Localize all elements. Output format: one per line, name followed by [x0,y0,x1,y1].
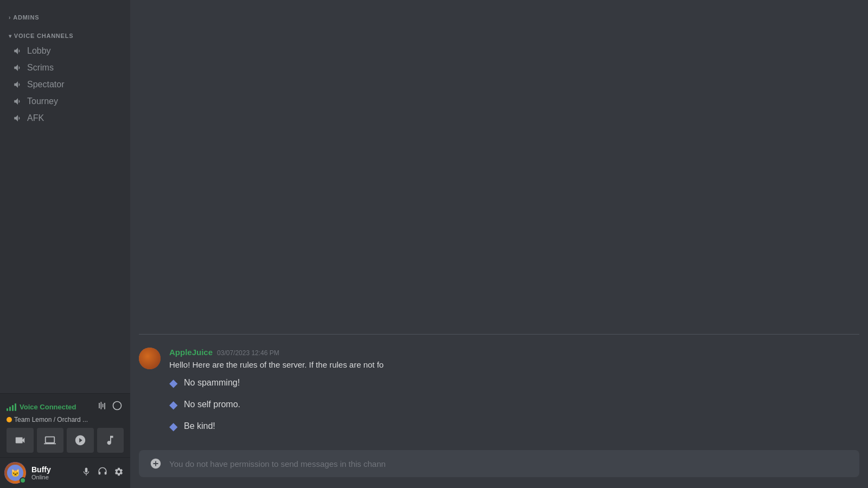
user-panel: 🐱 Buffy Online [0,457,130,488]
waveform-icon[interactable] [95,399,108,415]
voice-channels-chevron: ▾ [9,33,12,39]
settings-button[interactable] [112,465,126,481]
volume-icon-afk [13,113,23,123]
rule-item-1: ◆ No spamming! [169,376,859,389]
user-controls [79,465,126,481]
message-input-area: You do not have permission to send messa… [130,450,868,488]
disconnect-icon[interactable] [111,399,124,415]
message-timestamp: 03/07/2023 12:46 PM [217,349,279,357]
voice-channel-name: Team Lemon / Orchard ... [14,416,88,423]
volume-icon-lobby [13,46,23,56]
channel-lobby-label: Lobby [27,46,51,56]
user-details: Buffy Online [31,465,51,480]
signal-bar-4 [15,403,16,411]
user-avatar-wrap: 🐱 [4,462,26,484]
status-dot [20,477,26,484]
chat-divider [139,334,859,335]
voice-connected-panel: Voice Connected Team Lemon / Orchard ... [0,393,130,457]
soundboard-button[interactable] [97,428,124,453]
message-avatar-image [139,348,161,369]
rule-item-2: ◆ No self promo. [169,398,859,411]
message-container: AppleJuice 03/07/2023 12:46 PM Hello! He… [139,345,859,451]
message-body: AppleJuice 03/07/2023 12:46 PM Hello! He… [169,348,859,442]
signal-icon [7,403,16,411]
volume-icon-tourney [13,97,23,106]
voice-connected-subtitle: Team Lemon / Orchard ... [7,416,124,423]
diamond-icon-2: ◆ [169,398,177,411]
screen-share-button[interactable] [37,428,64,453]
message-text: Hello! Here are the rules of the server.… [169,359,859,371]
rule-item-3: ◆ Be kind! [169,420,859,433]
message-author: AppleJuice [169,348,213,357]
chat-area: AppleJuice 03/07/2023 12:46 PM Hello! He… [130,0,868,450]
diamond-icon-3: ◆ [169,420,177,433]
channel-list: › ADMINS ▾ VOICE CHANNELS Lobby Scri [0,0,130,393]
voice-connected-label: Voice Connected [20,403,76,411]
section-voice-channels[interactable]: ▾ VOICE CHANNELS [0,24,130,42]
headset-button[interactable] [95,465,110,481]
signal-bar-2 [9,407,11,411]
channel-lobby[interactable]: Lobby [4,43,126,59]
voice-connected-header: Voice Connected [7,399,124,415]
yellow-dot-icon [7,417,12,422]
voice-channels-label: VOICE CHANNELS [14,33,74,39]
rule-text-2: No self promo. [184,400,240,409]
message-header: AppleJuice 03/07/2023 12:46 PM [169,348,859,357]
signal-bar-1 [7,408,8,411]
activity-button[interactable] [67,428,94,453]
channel-tourney[interactable]: Tourney [4,93,126,110]
voice-actions [95,399,124,415]
microphone-button[interactable] [79,465,93,481]
user-info: 🐱 Buffy Online [4,462,51,484]
volume-icon-spectator [13,80,23,89]
svg-text:🐱: 🐱 [11,468,20,478]
channel-spectator-label: Spectator [27,80,64,89]
channel-tourney-label: Tourney [27,97,58,106]
user-status: Online [31,474,51,480]
channel-afk[interactable]: AFK [4,110,126,126]
section-admins[interactable]: › ADMINS [0,5,130,24]
add-attachment-button[interactable] [148,455,164,472]
voice-buttons [7,428,124,453]
voice-connected-title: Voice Connected [7,403,76,411]
admins-label: ADMINS [13,14,39,21]
message-input-placeholder[interactable]: You do not have permission to send messa… [169,459,851,468]
signal-bar-3 [12,405,14,411]
message-avatar [139,348,161,369]
sidebar: › ADMINS ▾ VOICE CHANNELS Lobby Scri [0,0,130,488]
camera-button[interactable] [7,428,34,453]
channel-spectator[interactable]: Spectator [4,76,126,93]
diamond-icon-1: ◆ [169,376,177,389]
rule-text-3: Be kind! [184,421,215,431]
volume-icon-scrims [13,63,23,73]
rule-text-1: No spamming! [184,378,240,388]
username: Buffy [31,465,51,474]
admins-chevron: › [9,15,11,21]
channel-afk-label: AFK [27,113,44,123]
channel-scrims[interactable]: Scrims [4,60,126,76]
message-input-box: You do not have permission to send messa… [139,450,859,477]
channel-scrims-label: Scrims [27,63,54,73]
main-content: AppleJuice 03/07/2023 12:46 PM Hello! He… [130,0,868,488]
